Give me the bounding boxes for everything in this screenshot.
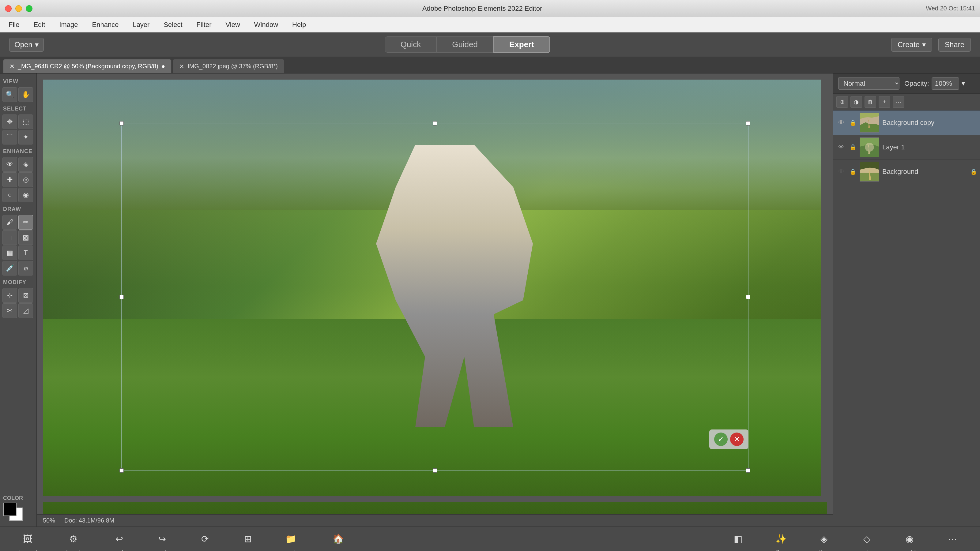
smart-brush-tool[interactable]: ⌀ [18,261,33,275]
maximize-button[interactable] [26,5,32,12]
menu-enhance[interactable]: Enhance [90,20,121,30]
gradient-tool[interactable]: ▦ [2,246,17,260]
lasso-tool[interactable]: ⌒ [2,130,17,144]
vertical-scrollbar[interactable] [821,79,827,502]
confirm-transform-button[interactable]: ✓ [714,432,728,446]
eye-tool[interactable]: 👁 [2,157,17,172]
tab-quick[interactable]: Quick [385,37,436,52]
fill-tool[interactable]: ▩ [18,230,33,245]
share-button[interactable]: Share [939,38,971,52]
healing-tool[interactable]: ✚ [2,172,17,187]
layer-thumbnail-l1 [860,137,879,157]
transform-tool[interactable]: ⊹ [2,288,17,303]
new-adjustment-layer-button[interactable]: ◑ [850,96,862,108]
main-layout: VIEW 🔍 ✋ SELECT ✥ ⬚ ⌒ ✦ ENHANCE 👁 ◈ [0,73,980,527]
enhance-section-label: ENHANCE [0,146,37,155]
bottom-tool-more[interactable]: ⋯ More [931,528,974,551]
bottom-tool-layers[interactable]: ◧ Layers [717,528,759,551]
delete-layer-button[interactable]: 🗑 [865,96,876,108]
bottom-tool-home-screen[interactable]: 🏠 Home Screen [312,528,364,551]
layer-lock-bg[interactable]: 🔒 [849,168,857,175]
brush-tool[interactable]: 🖌 [2,215,17,230]
bottom-tool-rotate[interactable]: ⟳ Rotate [183,528,226,551]
tab-expert[interactable]: Expert [493,36,550,53]
recompose-tool[interactable]: ✂ [2,303,17,318]
zoom-tool[interactable]: 🔍 [2,87,17,102]
foreground-color-swatch[interactable] [3,503,16,516]
modify-tools: ⊹ ⊠ ✂ ◿ [0,287,37,319]
create-button[interactable]: Create ▾ [891,38,932,52]
close-button[interactable] [5,5,12,12]
menu-filter[interactable]: Filter [194,20,214,30]
blur-tool[interactable]: ◎ [18,172,33,187]
bottom-tool-filters[interactable]: ◈ Filters [802,528,845,551]
move-tool[interactable]: ✥ [2,114,17,129]
traffic-lights [5,5,32,12]
layer-more-button[interactable]: ⋯ [893,96,904,108]
undo-icon: ↩ [111,531,127,547]
doc-tab-2-close[interactable]: ✕ [179,63,185,70]
opacity-label: Opacity: [904,79,929,87]
minimize-button[interactable] [15,5,22,12]
magic-wand-tool[interactable]: ✦ [18,130,33,144]
home-screen-label: Home Screen [320,549,357,551]
cancel-transform-button[interactable]: ✕ [730,432,744,446]
bottom-tool-organizer[interactable]: 📁 Organizer [269,528,312,551]
menu-help[interactable]: Help [290,20,309,30]
selection-tool[interactable]: ⬚ [18,114,33,129]
menu-image[interactable]: Image [57,20,80,30]
tab-guided[interactable]: Guided [436,37,493,52]
more-label: More [945,549,959,551]
bottom-tool-redo[interactable]: ↪ Redo [140,528,183,551]
bottom-tool-tool-options[interactable]: ⚙ Tool Options [49,528,98,551]
doc-tab-1[interactable]: ✕ _MG_9648.CR2 @ 50% (Background copy, R… [3,59,172,73]
bottom-tool-graphics[interactable]: ◉ Graphics [888,528,931,551]
menu-edit[interactable]: Edit [31,20,48,30]
opacity-dropdown-icon[interactable]: ▾ [962,79,965,87]
canvas-area[interactable]: ✓ ✕ 50% Doc: 43.1M/96.8M [37,73,833,527]
sponge-tool[interactable]: ◉ [18,187,33,202]
new-fill-layer-button[interactable]: ⊕ [836,96,848,108]
menu-window[interactable]: Window [252,20,280,30]
enhance-tools: 👁 ◈ ✚ ◎ ○ ◉ [0,156,37,203]
filters-icon: ◈ [816,531,832,547]
bottom-tool-photo-bin[interactable]: 🖼 Photo Bin [6,528,49,551]
layer-item-background[interactable]: 👁 🔒 Background 🔒 [833,159,980,184]
eraser-tool[interactable]: ◻ [2,230,17,245]
bottom-tool-undo[interactable]: ↩ Undo [98,528,140,551]
modify-section-label: MODIFY [0,277,37,286]
crop-tool[interactable]: ⊠ [18,288,33,303]
layer-lock-l1[interactable]: 🔒 [849,144,857,151]
datetime: Wed 20 Oct 15:41 [926,5,975,12]
menu-file[interactable]: File [6,20,22,30]
layer-visibility-l1[interactable]: 👁 [836,142,846,152]
dodge-tool[interactable]: ○ [2,187,17,202]
open-button[interactable]: Open ▾ [9,38,44,52]
menu-layer[interactable]: Layer [130,20,152,30]
layer-visibility-bg-copy[interactable]: 👁 [836,118,846,128]
hand-tool[interactable]: ✋ [18,87,33,102]
layer-lock-bg-copy[interactable]: 🔒 [849,119,857,126]
photo-bin-icon: 🖼 [20,531,35,547]
layer-item-background-copy[interactable]: 👁 🔒 Background copy [833,111,980,135]
menu-view[interactable]: View [223,20,242,30]
layer-item-layer1[interactable]: 👁 🔒 Layer 1 [833,135,980,159]
horizontal-scrollbar[interactable] [43,496,821,502]
clone-tool[interactable]: ◈ [18,157,33,172]
straighten-tool[interactable]: ◿ [18,303,33,318]
blend-mode-select[interactable]: Normal Multiply Screen Overlay [838,77,899,90]
bottom-tool-layout[interactable]: ⊞ Layout [226,528,269,551]
eyedropper-tool[interactable]: 💉 [2,261,17,275]
bottom-tool-styles[interactable]: ◇ Styles [845,528,888,551]
opacity-input[interactable] [932,78,959,90]
layers-list: 👁 🔒 Background copy 👁 🔒 [833,111,980,527]
undo-label: Undo [112,549,126,551]
bottom-tool-effects[interactable]: ✨ Effects [759,528,802,551]
create-new-layer-button[interactable]: + [879,96,890,108]
pencil-tool[interactable]: ✏ [18,215,33,230]
text-tool[interactable]: T [18,246,33,260]
doc-tab-1-close[interactable]: ✕ [10,63,15,70]
layer-visibility-bg[interactable]: 👁 [836,167,846,176]
doc-tab-2[interactable]: ✕ IMG_0822.jpeg @ 37% (RGB/8*) [173,59,284,73]
menu-select[interactable]: Select [161,20,185,30]
